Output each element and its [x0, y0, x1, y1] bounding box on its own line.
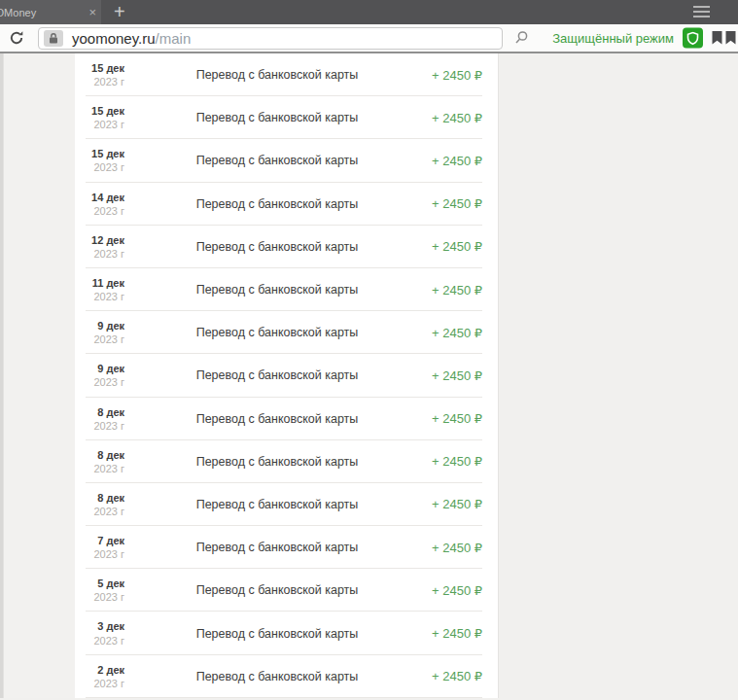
transaction-description: Перевод с банковской карты	[124, 326, 430, 339]
transaction-row[interactable]: 5 дек 2023 г Перевод с банковской карты …	[75, 569, 498, 612]
transaction-description: Перевод с банковской карты	[124, 541, 430, 554]
transaction-row[interactable]: 14 дек 2023 г Перевод с банковской карты…	[75, 183, 498, 226]
transaction-amount: + 2450 ₽	[430, 326, 498, 340]
transaction-date-block: 8 дек 2023 г	[75, 406, 124, 432]
transaction-amount: + 2450 ₽	[430, 541, 498, 555]
transaction-amount: + 2450 ₽	[430, 283, 498, 298]
transaction-year: 2023 г	[75, 420, 124, 432]
transaction-date-block: 7 дек 2023 г	[75, 535, 124, 560]
transaction-amount: + 2450 ₽	[430, 68, 498, 83]
transaction-date: 15 дек	[75, 105, 124, 117]
transaction-date-block: 12 дек 2023 г	[75, 234, 124, 260]
tab-bar: ЮMoney × +	[0, 0, 738, 24]
transaction-date: 5 дек	[75, 578, 124, 589]
url-path: /main	[156, 30, 192, 47]
transaction-date-block: 15 дек 2023 г	[75, 62, 124, 88]
transaction-description: Перевод с банковской карты	[124, 283, 430, 297]
transaction-description: Перевод с банковской карты	[124, 197, 430, 211]
transaction-year: 2023 г	[75, 248, 124, 260]
transaction-date-block: 9 дек 2023 г	[75, 320, 124, 345]
transaction-date: 9 дек	[75, 320, 124, 332]
transaction-date: 2 дек	[75, 664, 124, 676]
transaction-date: 14 дек	[75, 192, 124, 203]
transaction-row[interactable]: 8 дек 2023 г Перевод с банковской карты …	[75, 398, 498, 440]
transaction-year: 2023 г	[75, 376, 124, 388]
transaction-date: 8 дек	[75, 406, 124, 418]
transaction-year: 2023 г	[75, 635, 124, 647]
browser-toolbar: yoomoney.ru/main Защищённый режим	[0, 24, 738, 53]
hamburger-icon[interactable]	[693, 6, 710, 18]
address-bar[interactable]: yoomoney.ru/main	[38, 27, 503, 50]
url-text: yoomoney.ru/main	[72, 30, 191, 47]
transaction-amount: + 2450 ₽	[430, 154, 498, 168]
search-icon[interactable]	[512, 29, 530, 47]
browser-tab-yoomoney[interactable]: ЮMoney ×	[0, 0, 101, 24]
transaction-year: 2023 г	[75, 119, 124, 130]
transaction-amount: + 2450 ₽	[430, 454, 498, 469]
transaction-amount: + 2450 ₽	[430, 368, 498, 383]
right-panel	[499, 53, 738, 698]
transaction-date: 11 дек	[75, 277, 124, 289]
transaction-date: 15 дек	[75, 148, 124, 159]
transaction-date: 7 дек	[75, 535, 124, 546]
transaction-date: 8 дек	[75, 492, 124, 504]
transaction-date-block: 11 дек 2023 г	[75, 277, 124, 302]
transaction-list: 15 дек 2023 г Перевод с банковской карты…	[75, 53, 499, 698]
transaction-description: Перевод с банковской карты	[124, 583, 430, 597]
reload-icon[interactable]	[8, 29, 25, 47]
transaction-date-block: 2 дек 2023 г	[75, 664, 124, 689]
transaction-description: Перевод с банковской карты	[124, 498, 430, 511]
new-tab-button[interactable]: +	[101, 0, 138, 24]
transaction-date-block: 8 дек 2023 г	[75, 492, 124, 517]
transaction-row[interactable]: 2 дек 2023 г Перевод с банковской карты …	[75, 655, 498, 698]
page-content: 15 дек 2023 г Перевод с банковской карты…	[0, 53, 738, 698]
transaction-date-block: 14 дек 2023 г	[75, 192, 124, 217]
transaction-row[interactable]: 7 дек 2023 г Перевод с банковской карты …	[75, 526, 498, 569]
transaction-description: Перевод с банковской карты	[124, 68, 430, 82]
row-divider	[86, 697, 482, 698]
transaction-amount: + 2450 ₽	[430, 411, 498, 426]
transaction-row[interactable]: 11 дек 2023 г Перевод с банковской карты…	[75, 268, 498, 311]
transaction-description: Перевод с банковской карты	[124, 154, 430, 167]
transaction-row[interactable]: 12 дек 2023 г Перевод с банковской карты…	[75, 226, 498, 268]
transaction-row[interactable]: 8 дек 2023 г Перевод с банковской карты …	[75, 483, 498, 526]
transaction-amount: + 2450 ₽	[430, 583, 498, 598]
transaction-row[interactable]: 9 дек 2023 г Перевод с банковской карты …	[75, 354, 498, 397]
transaction-date: 3 дек	[75, 620, 124, 632]
transaction-year: 2023 г	[75, 205, 124, 217]
transaction-row[interactable]: 15 дек 2023 г Перевод с банковской карты…	[75, 53, 498, 96]
transaction-date: 8 дек	[75, 449, 124, 461]
transaction-date: 15 дек	[75, 62, 124, 74]
transaction-description: Перевод с банковской карты	[124, 412, 430, 426]
transaction-row[interactable]: 8 дек 2023 г Перевод с банковской карты …	[75, 440, 498, 483]
transaction-date-block: 9 дек 2023 г	[75, 363, 124, 388]
left-gutter	[0, 53, 75, 698]
transaction-year: 2023 г	[75, 506, 124, 517]
transaction-year: 2023 г	[75, 678, 124, 689]
transaction-description: Перевод с банковской карты	[124, 670, 430, 683]
transaction-description: Перевод с банковской карты	[124, 368, 430, 382]
transaction-amount: + 2450 ₽	[430, 196, 498, 211]
transaction-amount: + 2450 ₽	[430, 111, 498, 125]
close-tab-icon[interactable]: ×	[88, 6, 96, 18]
transaction-description: Перевод с банковской карты	[124, 627, 430, 641]
transaction-date-block: 8 дек 2023 г	[75, 449, 124, 474]
transaction-date-block: 5 дек 2023 г	[75, 578, 124, 603]
bookmarks-icon[interactable]	[712, 31, 737, 46]
transaction-row[interactable]: 3 дек 2023 г Перевод с банковской карты …	[75, 612, 498, 654]
transaction-date-block: 15 дек 2023 г	[75, 148, 124, 173]
transaction-description: Перевод с банковской карты	[124, 240, 430, 254]
lock-icon	[44, 30, 63, 47]
secure-mode-label: Защищённый режим	[552, 31, 674, 46]
transaction-year: 2023 г	[75, 548, 124, 560]
transaction-amount: + 2450 ₽	[430, 239, 498, 254]
transaction-description: Перевод с банковской карты	[124, 455, 430, 469]
transaction-row[interactable]: 15 дек 2023 г Перевод с банковской карты…	[75, 139, 498, 182]
transaction-row[interactable]: 15 дек 2023 г Перевод с банковской карты…	[75, 96, 498, 139]
transaction-row[interactable]: 9 дек 2023 г Перевод с банковской карты …	[75, 311, 498, 354]
transaction-description: Перевод с банковской карты	[124, 111, 430, 124]
shield-icon[interactable]	[683, 28, 703, 49]
transaction-year: 2023 г	[75, 161, 124, 173]
transaction-amount: + 2450 ₽	[430, 669, 498, 683]
transaction-year: 2023 г	[75, 463, 124, 474]
